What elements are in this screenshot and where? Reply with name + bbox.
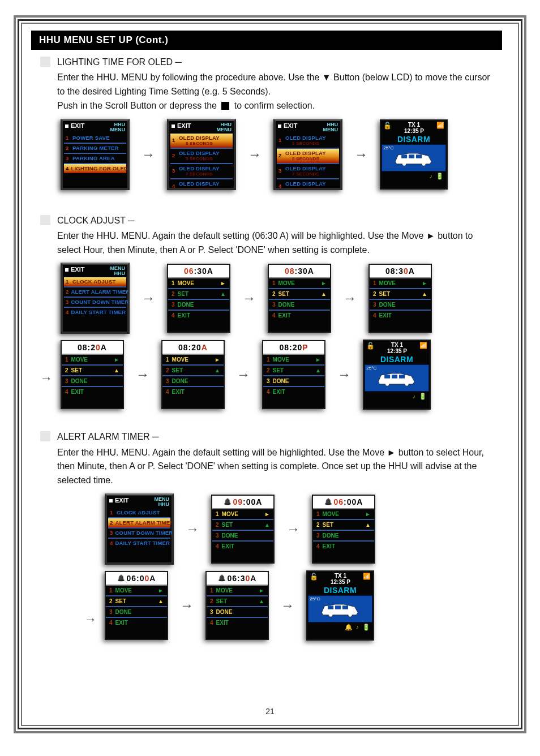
alert-flow-1: EXIT MENUHHU 1CLOCK ADJUST2ALERT ALARM T…: [105, 493, 518, 565]
arrow-icon: →: [248, 147, 262, 162]
unlock-icon: [310, 573, 318, 585]
unlock-icon: [383, 122, 392, 134]
oled-submenu-5s: EXIT HHUMENU 1OLED DISPLAY3 SECONDS2OLED…: [273, 119, 342, 190]
svg-rect-7: [335, 605, 341, 609]
battery-icon: 🔋: [436, 173, 444, 180]
result-disarm: TX 112:35 P DISARM 25°C ♪🔋: [380, 119, 448, 190]
time-adjust-tile: 06:30A1MOVE►2SET▲3DONE4EXIT: [205, 571, 269, 640]
time-adjust-tile: 06:00A1MOVE►2SET▲3DONE4EXIT: [105, 571, 168, 640]
bell-icon: 🔔: [345, 624, 353, 631]
time-adjust-tile: 06:00A1MOVE►2SET▲3DONE4EXIT: [312, 495, 375, 564]
bullet-lighting: LIGHTING TIME FOR OLED ─: [40, 55, 495, 68]
svg-rect-8: [342, 605, 348, 609]
lighting-desc2: Push in the Scroll Button or depress the…: [57, 99, 495, 113]
time-adjust-tile: 08:20 P1MOVE►2SET▲3DONE4EXIT: [262, 340, 325, 409]
page-number: 21: [22, 707, 518, 716]
vehicle-icon: 25°C: [382, 144, 445, 171]
svg-rect-5: [399, 375, 405, 379]
lighting-desc: Enter the HHU. MENU by following the pro…: [57, 71, 495, 99]
time-adjust-tile: 06:30A1MOVE►2SET▲3DONE4EXIT: [167, 264, 230, 333]
bullet-marker: [40, 215, 50, 225]
time-adjust-tile: 09:00A1MOVE►2SET▲3DONE4EXIT: [211, 495, 275, 564]
hhu-menu-alert: EXIT MENUHHU 1CLOCK ADJUST2ALERT ALARM T…: [105, 493, 174, 565]
vehicle-icon: 25°C: [365, 364, 428, 392]
arrow-icon: →: [136, 367, 149, 383]
clock-flow-1: EXIT MENUHHU 1CLOCK ADJUST2ALERT ALARM T…: [61, 263, 518, 334]
svg-rect-4: [392, 375, 397, 379]
page: HHU MENU SET UP (Cont.) LIGHTING TIME FO…: [0, 0, 540, 756]
result-disarm: TX 112:35 P DISARM 25°C ♪🔋: [363, 340, 431, 410]
page-frame: HHU MENU SET UP (Cont.) LIGHTING TIME FO…: [14, 15, 526, 733]
arrow-icon: →: [354, 147, 368, 162]
time-adjust-tile: 08:30 A1MOVE►2SET▲3DONE4EXIT: [368, 264, 432, 333]
bullet-marker: [40, 431, 50, 441]
note-icon: ♪: [430, 173, 433, 180]
note-icon: ♪: [356, 624, 359, 631]
antenna-icon: [419, 342, 427, 354]
svg-rect-3: [384, 375, 390, 379]
antenna-icon: [363, 573, 371, 585]
lighting-flow: EXIT HHUMENU 1POWER SAVE2PARKING METER3P…: [61, 119, 518, 190]
clock-flow-2: 08:20 A1MOVE►2SET▲3DONE4EXIT→08:20 A1MOV…: [61, 340, 518, 410]
arrow-icon: →: [337, 367, 351, 383]
antenna-icon: [436, 122, 444, 134]
hhu-menu-root: EXIT HHUMENU 1POWER SAVE2PARKING METER3P…: [61, 119, 130, 190]
svg-rect-0: [401, 154, 407, 158]
black-square-icon: [221, 102, 229, 110]
alert-desc: Enter the HHU. MENU. Again the default s…: [57, 446, 495, 488]
result-disarm: TX 112:35 P DISARM 25°C 🔔♪🔋: [306, 570, 374, 641]
section-header: HHU MENU SET UP (Cont.): [31, 31, 502, 50]
bullet-alert: ALERT ALARM TIMER ─: [40, 430, 495, 443]
time-adjust-tile: 08:30A1MOVE►2SET▲3DONE4EXIT: [268, 264, 331, 333]
svg-rect-6: [328, 605, 333, 609]
arrow-icon: →: [180, 598, 194, 613]
arrow-icon: →: [281, 598, 294, 613]
arrow-icon: →: [242, 290, 256, 306]
svg-rect-2: [416, 154, 422, 158]
oled-submenu-3s: EXIT HHUMENU 1OLED DISPLAY3 SECONDS2OLED…: [167, 119, 236, 190]
note-icon: ♪: [413, 393, 416, 400]
clock-desc: Enter the HHU. MENU. Again the default s…: [57, 229, 495, 257]
battery-icon: 🔋: [362, 624, 370, 631]
alert-flow-2: 06:00A1MOVE►2SET▲3DONE4EXIT→06:30A1MOVE►…: [105, 570, 518, 641]
arrow-icon: →: [186, 521, 199, 537]
bullet-marker: [40, 57, 50, 67]
arrow-icon: →: [142, 290, 155, 306]
battery-icon: 🔋: [419, 393, 427, 400]
time-adjust-tile: 08:20 A1MOVE►2SET▲3DONE4EXIT: [61, 340, 124, 409]
arrow-icon: →: [142, 147, 155, 162]
hhu-menu-clock: EXIT MENUHHU 1CLOCK ADJUST2ALERT ALARM T…: [61, 263, 130, 334]
arrow-icon: →: [237, 367, 250, 383]
arrow-icon: →: [286, 521, 300, 537]
svg-rect-1: [409, 154, 414, 158]
time-adjust-tile: 08:20 A1MOVE►2SET▲3DONE4EXIT: [161, 340, 225, 409]
arrow-icon: →: [343, 290, 357, 306]
vehicle-icon: 25°C: [308, 595, 372, 622]
bullet-clock: CLOCK ADJUST ─: [40, 214, 495, 227]
unlock-icon: [366, 342, 375, 354]
